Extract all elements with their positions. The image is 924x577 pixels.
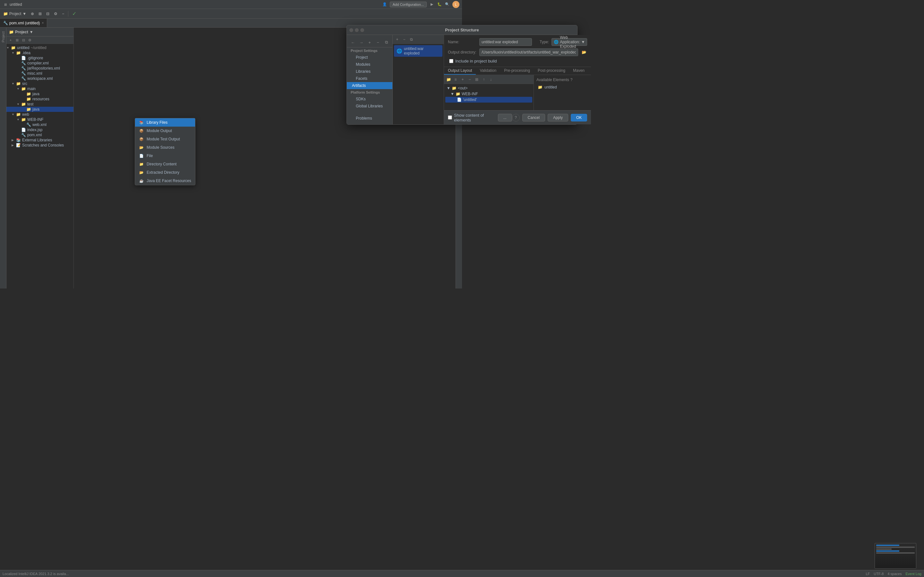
lt-add-btn[interactable]: + [459,76,462,83]
user-icon: 👤 [382,2,387,7]
lt-out-arrow: ▼ [447,86,451,90]
nav-problems[interactable]: Problems [347,115,393,122]
nav-modules[interactable]: Modules [347,61,393,68]
nav-project[interactable]: Project [347,54,393,61]
nav-facets-label: Facets [356,76,367,81]
new-file-btn[interactable]: ⊕ [29,11,36,17]
dd-dir-content-icon: 📁 [139,161,144,167]
dd-module-output-icon: 📦 [139,128,144,133]
dialog-title: Project Structure [445,27,462,32]
maximize-traffic-light[interactable] [360,28,364,32]
nav-toolbar: ← → + − ⧉ [347,37,393,47]
name-row: Name: Type: 🌐 Web Application: Exploded … [448,38,462,46]
dd-file[interactable]: 📄 File [135,152,195,160]
dd-extracted-label: Extracted Directory [147,170,179,175]
dd-java-ee-facet[interactable]: ☕ Java EE Facet Resources [135,177,195,185]
output-label: Output directory: [448,50,462,55]
search-icon[interactable]: 🔍 [445,2,450,7]
nav-project-label: Project [356,55,368,60]
lt-webinf[interactable]: ▼ 📁 WEB-INF [445,91,462,97]
green-check-icon: ✓ [72,11,76,17]
lt-untitled-icon: 📄 [457,97,462,102]
dd-module-sources[interactable]: 📂 Module Sources [135,143,195,152]
include-row: Include in project build [449,59,462,63]
artifact-list-panel: + − ⧉ 🌐 untitled:war exploded [393,35,444,124]
lt-folder-btn[interactable]: 📁 [445,76,452,83]
lt-webinf-icon: 📁 [456,92,460,96]
nav-back-btn[interactable]: ← [349,39,357,46]
dd-module-output[interactable]: 📦 Module Output [135,127,195,135]
nav-global-libs-label: Global Libraries [356,104,383,108]
expand-all-btn[interactable]: ⊞ [37,11,44,17]
nav-remove-btn[interactable]: − [375,39,381,46]
dd-module-sources-icon: 📂 [139,145,144,150]
dd-dir-content-label: Directory Content [147,162,176,166]
output-tabs: Output Layout Validation Pre-processing … [444,67,462,75]
nav-global-libs[interactable]: Global Libraries [347,103,393,110]
nav-artifacts-label: Artifacts [352,83,366,88]
run-icon[interactable]: ▶ [429,2,435,7]
artifact-list: 🌐 untitled:war exploded [393,44,444,58]
dialog-content: + − ⧉ 🌐 untitled:war exploded [393,35,462,124]
dd-library-files[interactable]: 📚 Library Files [135,118,195,127]
toolbar-separator [68,11,68,17]
dd-module-test-label: Module Test Output [147,137,180,141]
nav-libraries[interactable]: Libraries [347,68,393,75]
debug-icon[interactable]: 🐛 [437,2,442,7]
dd-library-label: Library Files [147,120,168,125]
close-traffic-light[interactable] [349,28,353,32]
settings-btn[interactable]: ⚙ [52,11,59,17]
minimize-traffic-light[interactable] [355,28,359,32]
check-icon: ✓ [70,10,78,17]
dialog-titlebar: Project Structure [347,25,462,35]
dropdown-menu: 📚 Library Files 📦 Module Output 📦 Module… [135,118,195,185]
nav-add-btn[interactable]: + [366,39,373,46]
traffic-lights [349,28,364,32]
show-content-checkbox[interactable] [448,115,452,119]
project-selector[interactable]: 📁 Project ▼ [1,11,28,17]
nav-modules-label: Modules [356,62,370,67]
add-config-button[interactable]: Add Configuration... [390,2,427,7]
nav-facets[interactable]: Facets [347,75,393,82]
layout-tree: 📁 ≡ + − ⊞ ↑ ↓ [444,75,462,110]
show-content-row: Show content of elements ... [448,113,462,122]
close-panel-btn[interactable]: − [60,11,66,17]
artifact-toolbar: + − ⧉ [393,35,444,44]
include-label: Include in project build [455,59,462,63]
layout-tree-content: ▼ 📁 <out> ▼ 📁 WEB-INF [444,84,462,104]
nav-spacer [347,110,393,115]
output-row: Output directory: 📂 [448,48,462,56]
dd-directory-content[interactable]: 📁 Directory Content [135,160,195,168]
include-checkbox[interactable] [449,59,453,63]
dd-extracted-directory[interactable]: 📂 Extracted Directory [135,168,195,177]
lt-list-btn[interactable]: ≡ [452,76,459,83]
app-icon: 🖥 [3,2,8,7]
chevron-down-icon: ▼ [23,11,26,16]
folder-icon: 📁 [3,11,8,16]
lt-untitled[interactable]: 📄 'untitled' [445,97,462,103]
project-toolbar-group: 📁 Project ▼ ⊕ ⊞ ⊟ ⚙ − [1,11,66,17]
artifact-item-untitled[interactable]: 🌐 untitled:war exploded [394,45,443,57]
collapse-all-btn[interactable]: ⊟ [44,11,51,17]
lt-out[interactable]: ▼ 📁 <out> [445,85,462,91]
artifact-copy-btn[interactable]: ⧉ [408,36,415,43]
dd-javaee-label: Java EE Facet Resources [147,179,191,183]
dd-module-test-icon: 📦 [139,137,144,142]
artifact-add-btn[interactable]: + [394,36,401,43]
lt-webinf-arrow: ▼ [451,92,454,96]
nav-forward-btn[interactable]: → [358,39,365,46]
nav-sdks[interactable]: SDKs [347,95,393,103]
dd-file-icon: 📄 [139,153,144,158]
nav-copy-btn[interactable]: ⧉ [383,39,390,46]
dd-module-output-label: Module Output [147,129,172,133]
project-label: Project [9,11,21,16]
main-toolbar: 📁 Project ▼ ⊕ ⊞ ⊟ ⚙ − ✓ [0,9,462,19]
dd-module-test-output[interactable]: 📦 Module Test Output [135,135,195,143]
tab-output-layout[interactable]: Output Layout [444,67,462,75]
project-structure-dialog: Project Structure ← → + − ⧉ Project Sett… [347,25,462,125]
nav-artifacts[interactable]: Artifacts [347,82,393,89]
app-title: untitled [10,2,22,7]
avatar: L [452,1,459,8]
artifact-war-icon: 🌐 [397,48,402,53]
artifact-remove-btn[interactable]: − [401,36,407,43]
